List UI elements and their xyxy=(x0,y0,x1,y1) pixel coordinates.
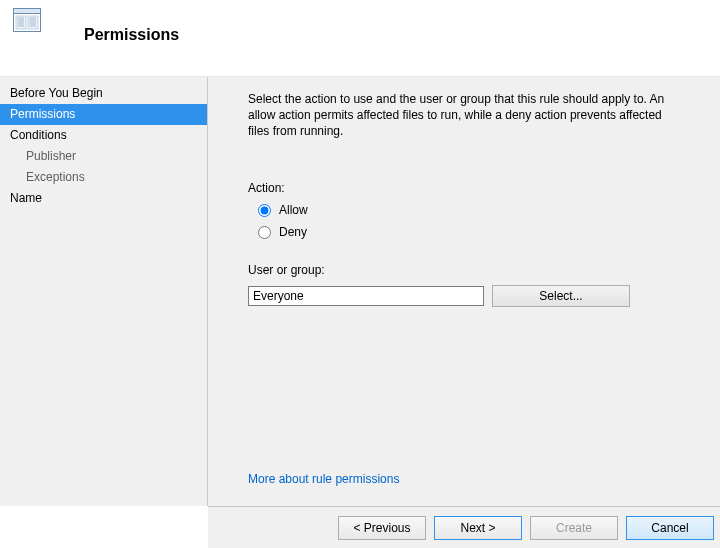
description-text: Select the action to use and the user or… xyxy=(248,91,680,139)
radio-deny-input[interactable] xyxy=(258,226,271,239)
nav-name[interactable]: Name xyxy=(0,188,207,209)
nav-publisher[interactable]: Publisher xyxy=(0,146,207,167)
radio-allow-input[interactable] xyxy=(258,204,271,217)
user-group-input[interactable] xyxy=(248,286,484,306)
wizard-body: Before You Begin Permissions Conditions … xyxy=(0,76,720,506)
create-button: Create xyxy=(530,516,618,540)
action-group: Action: Allow Deny User or group: Select… xyxy=(248,181,680,307)
previous-button[interactable]: < Previous xyxy=(338,516,426,540)
app-icon xyxy=(8,8,46,32)
nav-before-you-begin[interactable]: Before You Begin xyxy=(0,83,207,104)
wizard-content: Select the action to use and the user or… xyxy=(208,77,720,506)
radio-allow-label: Allow xyxy=(279,203,308,217)
wizard-sidebar: Before You Begin Permissions Conditions … xyxy=(0,77,207,506)
nav-permissions[interactable]: Permissions xyxy=(0,104,207,125)
user-group-label: User or group: xyxy=(248,263,680,277)
next-button[interactable]: Next > xyxy=(434,516,522,540)
nav-exceptions[interactable]: Exceptions xyxy=(0,167,207,188)
help-link[interactable]: More about rule permissions xyxy=(248,472,680,486)
page-title: Permissions xyxy=(84,26,179,44)
wizard-header: Permissions xyxy=(0,0,720,76)
user-group-row: Select... xyxy=(248,285,680,307)
radio-deny[interactable]: Deny xyxy=(258,225,680,239)
svg-rect-1 xyxy=(14,9,41,14)
nav-conditions[interactable]: Conditions xyxy=(0,125,207,146)
select-button[interactable]: Select... xyxy=(492,285,630,307)
action-label: Action: xyxy=(248,181,680,195)
wizard-footer: < Previous Next > Create Cancel xyxy=(208,506,720,548)
radio-deny-label: Deny xyxy=(279,225,307,239)
cancel-button[interactable]: Cancel xyxy=(626,516,714,540)
wizard-dialog: Permissions Before You Begin Permissions… xyxy=(0,0,720,548)
radio-allow[interactable]: Allow xyxy=(258,203,680,217)
